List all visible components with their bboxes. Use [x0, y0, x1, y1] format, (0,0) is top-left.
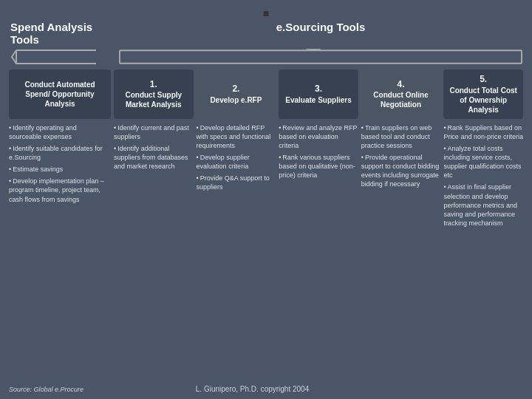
- col4-bullet-0: Train suppliers on web based tool and co…: [361, 123, 441, 150]
- content-row: Identify operating and sourceable expens…: [9, 123, 523, 382]
- headers-row: Spend Analysis Tools e.Sourcing Tools: [9, 21, 523, 46]
- step-box-5: 5. Conduct Total Cost of Ownership Analy…: [443, 69, 523, 119]
- step-box-2: 2. Develop e.RFP: [197, 69, 276, 119]
- col1-bullet-1: Identify additional suppliers from datab…: [114, 144, 194, 171]
- step-4-num: 4.: [398, 79, 405, 91]
- left-bracket: [9, 49, 118, 65]
- right-bracket-svg: [118, 49, 523, 65]
- step-2-title: Develop e.RFP: [210, 95, 262, 105]
- step-box-4: 4. Conduct Online Negotiation: [361, 69, 441, 119]
- content-col-3: Review and analyze RFP based on evaluati…: [279, 123, 358, 382]
- top-dot: ■: [9, 7, 523, 19]
- spend-analysis-title: Spend Analysis Tools: [10, 21, 92, 46]
- right-bracket: [118, 49, 523, 65]
- col5-bullet-2: Assist in final supplier selection and d…: [443, 183, 523, 228]
- col2-bullet-2: Provide Q&A support to suppliers: [197, 174, 276, 191]
- left-bullet-2: Estimate savings: [9, 165, 111, 174]
- col4-bullet-1: Provide operational support to conduct b…: [361, 153, 441, 189]
- col3-bullet-0: Review and analyze RFP based on evaluati…: [279, 123, 358, 150]
- step-5-title: Conduct Total Cost of Ownership Analysis: [446, 86, 520, 115]
- step-left-title: Conduct Automated Spend/ Opportunity Ana…: [13, 80, 106, 109]
- footer-copyright: L. Giunipero, Ph.D. copyright 2004: [83, 385, 421, 393]
- content-col-4: Train suppliers on web based tool and co…: [361, 123, 441, 382]
- col5-bullet-0: Rank Suppliers based on Price and non-pr…: [443, 123, 523, 141]
- step-5-num: 5.: [480, 74, 487, 86]
- content-col-1: Identify current and past suppliers Iden…: [114, 123, 194, 382]
- content-col-5: Rank Suppliers based on Price and non-pr…: [443, 123, 523, 382]
- step-box-1: 1. Conduct Supply Market Analysis: [114, 69, 194, 119]
- left-bullet-3: Develop implementation plan – program ti…: [9, 177, 111, 203]
- step-3-title: Evaluate Suppliers: [285, 95, 351, 105]
- col2-bullet-1: Develop supplier evaluation criteria: [197, 153, 276, 171]
- col5-bullet-1: Analyze total costs including service co…: [443, 144, 523, 180]
- right-section-header: e.Sourcing Tools: [120, 21, 522, 33]
- step-box-3: 3. Evaluate Suppliers: [279, 69, 358, 119]
- left-bullet-1: Identify suitable candidates for e.Sourc…: [9, 144, 111, 162]
- left-bracket-svg: [9, 49, 98, 65]
- col3-bullet-1: Rank various suppliers based on qualitat…: [279, 153, 358, 180]
- footer-source: Source: Global e.Procure: [9, 386, 83, 393]
- left-section-header: Spend Analysis Tools: [10, 21, 120, 46]
- col1-bullet-0: Identify current and past suppliers: [114, 123, 194, 141]
- content-col-2: Develop detailed RFP with specs and func…: [197, 123, 276, 382]
- step-1-num: 1.: [150, 79, 157, 91]
- esourcing-title: e.Sourcing Tools: [276, 21, 366, 33]
- step-left-box: Conduct Automated Spend/ Opportunity Ana…: [9, 69, 111, 119]
- steps-row: Conduct Automated Spend/ Opportunity Ana…: [9, 69, 523, 119]
- left-bullet-0: Identify operating and sourceable expens…: [9, 123, 111, 141]
- brackets-row: [9, 49, 523, 65]
- col2-bullet-0: Develop detailed RFP with specs and func…: [197, 123, 276, 150]
- step-2-num: 2.: [232, 83, 239, 95]
- page-wrapper: ■ Spend Analysis Tools e.Sourcing Tools: [0, 0, 532, 399]
- content-col-left: Identify operating and sourceable expens…: [9, 123, 111, 382]
- step-1-title: Conduct Supply Market Analysis: [117, 90, 191, 109]
- step-4-title: Conduct Online Negotiation: [364, 90, 438, 109]
- footer-row: Source: Global e.Procure L. Giunipero, P…: [9, 385, 523, 393]
- step-3-num: 3.: [315, 83, 322, 95]
